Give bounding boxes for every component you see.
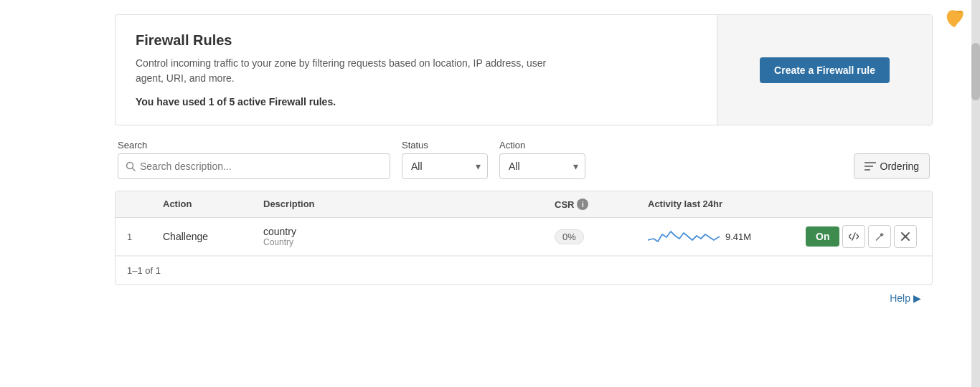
card-left: Firewall Rules Control incoming traffic … — [116, 15, 717, 125]
main-content: Firewall Rules Control incoming traffic … — [0, 0, 961, 321]
table-row: 1 Challenge country Country 0% 9.41M — [116, 218, 932, 256]
row-action: Challenge — [163, 231, 263, 242]
delete-button[interactable] — [894, 225, 917, 248]
page-wrapper: Firewall Rules Control incoming traffic … — [0, 0, 980, 387]
row-description: country Country — [263, 226, 555, 247]
csr-info-icon[interactable]: i — [577, 199, 588, 210]
firewall-rules-table: Action Description CSR i Activity last 2… — [115, 191, 933, 285]
row-activity: 9.41M — [648, 226, 806, 247]
scrollbar-thumb[interactable] — [971, 43, 980, 100]
action-filter-label: Action — [499, 140, 585, 150]
row-number: 1 — [127, 231, 163, 242]
ordering-label: Ordering — [880, 161, 919, 172]
wrench-icon — [875, 231, 885, 242]
svg-line-1 — [133, 168, 136, 171]
status-label: Status — [402, 140, 488, 150]
card-title: Firewall Rules — [136, 32, 697, 49]
create-firewall-rule-button[interactable]: Create a Firewall rule — [760, 57, 890, 83]
code-editor-button[interactable] — [842, 225, 865, 248]
col-header-num — [127, 199, 163, 210]
help-label: Help — [890, 292, 910, 304]
csr-badge: 0% — [555, 229, 584, 244]
status-group: Status All Active Inactive ▾ — [402, 140, 488, 179]
pagination-row: 1–1 of 1 — [116, 256, 932, 285]
help-row: Help ▶ — [115, 285, 933, 307]
desc-sub: Country — [263, 237, 555, 247]
status-select[interactable]: All Active Inactive — [402, 153, 488, 179]
search-group: Search — [118, 140, 390, 179]
row-action-buttons: On — [806, 225, 920, 248]
help-arrow-icon: ▶ — [913, 292, 921, 304]
search-icon — [126, 161, 136, 171]
activity-value: 9.41M — [725, 231, 751, 242]
action-group: Action All Block Challenge Allow ▾ — [499, 140, 585, 179]
search-input-wrap[interactable] — [118, 153, 390, 179]
pagination-text: 1–1 of 1 — [127, 265, 161, 276]
card-description: Control incoming traffic to your zone by… — [136, 56, 566, 86]
activity-sparkline — [648, 226, 720, 247]
status-select-wrap: All Active Inactive ▾ — [402, 153, 488, 179]
col-header-csr: CSR i — [555, 199, 648, 210]
close-icon — [901, 232, 910, 241]
desc-main: country — [263, 226, 555, 237]
card-right: Create a Firewall rule — [717, 15, 932, 125]
ordering-button[interactable]: Ordering — [854, 153, 930, 179]
col-header-activity: Activity last 24hr — [648, 199, 806, 210]
col-header-controls — [806, 199, 920, 210]
ordering-lines-icon — [864, 161, 876, 171]
row-csr: 0% — [555, 229, 648, 244]
help-link[interactable]: Help ▶ — [890, 292, 921, 304]
col-header-description: Description — [263, 199, 555, 210]
action-select[interactable]: All Block Challenge Allow — [499, 153, 585, 179]
search-input[interactable] — [140, 161, 382, 172]
table-header: Action Description CSR i Activity last 2… — [116, 191, 932, 218]
logo-area — [943, 7, 966, 32]
filter-row: Search Status All Active Inactive — [115, 140, 933, 179]
svg-line-5 — [852, 233, 855, 240]
brand-logo-icon — [943, 7, 966, 30]
settings-button[interactable] — [868, 225, 891, 248]
firewall-rules-card: Firewall Rules Control incoming traffic … — [115, 14, 933, 125]
toggle-on-button[interactable]: On — [806, 226, 839, 247]
scrollbar[interactable] — [971, 0, 980, 387]
card-usage: You have used 1 of 5 active Firewall rul… — [136, 96, 697, 108]
code-icon — [849, 231, 859, 242]
action-select-wrap: All Block Challenge Allow ▾ — [499, 153, 585, 179]
search-label: Search — [118, 140, 390, 150]
col-header-action: Action — [163, 199, 263, 210]
